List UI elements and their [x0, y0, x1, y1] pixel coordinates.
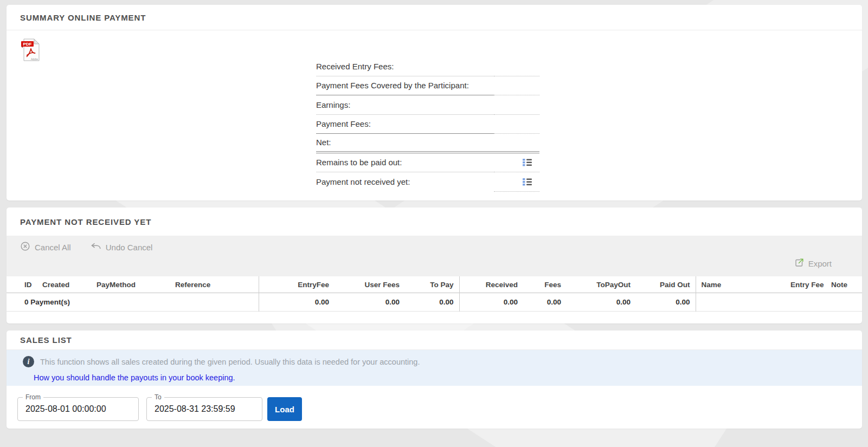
cancel-all-label: Cancel All [35, 243, 71, 252]
summary-label: Payment Fees: [316, 115, 494, 134]
empty-cell-note [826, 293, 862, 312]
col-header-topayout: ToPayOut [567, 276, 636, 293]
total-received: 0.00 [459, 293, 523, 312]
bookkeeping-help-link[interactable]: How you should handle the payouts in you… [34, 373, 235, 382]
col-header-userfees: User Fees [335, 276, 405, 293]
summary-row-payment-fees: Payment Fees: [316, 115, 539, 134]
card-header: PAYMENT NOT RECEIVED YET [7, 208, 862, 236]
cancel-all-button[interactable]: Cancel All [21, 242, 71, 252]
col-header-reference: Reference [170, 276, 259, 293]
empty-cell-entryfee [785, 293, 826, 312]
to-date-input[interactable] [147, 398, 262, 420]
summary-row-received-entry-fees: Received Entry Fees: [316, 57, 539, 76]
card-header: SUMMARY ONLINE PAYMENT [7, 5, 862, 30]
col-header-fees: Fees [523, 276, 567, 293]
col-header-paidout: Paid Out [636, 276, 696, 293]
date-range-form: From To Load [17, 397, 302, 421]
summary-label: Payment not received yet: [316, 172, 494, 192]
from-date-field[interactable]: From [17, 397, 139, 421]
summary-label: Earnings: [316, 95, 494, 115]
cancel-circle-icon [21, 242, 30, 252]
table-summary-row: 0 Payment(s) 0.00 0.00 0.00 0.00 0.00 0.… [7, 293, 862, 312]
summary-row-net: Net: [316, 134, 539, 153]
total-paidout: 0.00 [636, 293, 696, 312]
section-title: PAYMENT NOT RECEIVED YET [20, 217, 151, 226]
total-topay: 0.00 [405, 293, 459, 312]
summary-label: Received Entry Fees: [316, 57, 494, 76]
col-header-id: ID [7, 276, 37, 293]
col-header-created: Created [37, 276, 91, 293]
col-header-note: Note [826, 276, 862, 293]
summary-label: Payment Fees Covered by the Participant: [316, 76, 494, 96]
summary-value [494, 57, 539, 76]
empty-cell-name [696, 293, 785, 312]
undo-cancel-label: Undo Cancel [106, 243, 153, 252]
details-list-icon[interactable] [523, 158, 532, 166]
svg-text:Adobe: Adobe [31, 58, 38, 61]
info-icon: i [23, 356, 34, 367]
summary-row-payment-fees-covered: Payment Fees Covered by the Participant: [316, 76, 539, 96]
page-title: SUMMARY ONLINE PAYMENT [20, 13, 146, 22]
svg-text:PDF: PDF [23, 42, 32, 47]
payment-not-received-card: PAYMENT NOT RECEIVED YET Cancel All [7, 208, 862, 323]
summary-row-earnings: Earnings: [316, 95, 539, 115]
col-header-name: Name [696, 276, 785, 293]
summary-value [494, 153, 539, 173]
total-topayout: 0.00 [567, 293, 636, 312]
payments-table: ID Created PayMethod Reference EntryFee … [7, 276, 862, 312]
info-text: This function shows all sales created du… [40, 358, 420, 366]
export-button[interactable]: Export [795, 258, 832, 269]
total-fees: 0.00 [523, 293, 567, 312]
details-list-icon[interactable] [523, 178, 532, 186]
summary-value [494, 76, 539, 96]
pdf-export-icon[interactable]: PDF Adobe [20, 37, 41, 62]
col-header-paymethod: PayMethod [91, 276, 170, 293]
to-date-field[interactable]: To [146, 397, 262, 421]
summary-value [494, 95, 539, 115]
summary-row-payment-not-received-yet: Payment not received yet: [316, 172, 539, 192]
to-field-label: To [152, 393, 164, 401]
export-label: Export [808, 259, 832, 268]
export-icon [795, 258, 804, 269]
undo-cancel-button[interactable]: Undo Cancel [91, 242, 153, 252]
from-field-label: From [23, 393, 43, 401]
payment-count: 0 Payment(s) [7, 293, 259, 312]
table-header-row: ID Created PayMethod Reference EntryFee … [7, 276, 862, 293]
summary-row-remains-to-be-paid-out: Remains to be paid out: [316, 153, 539, 173]
summary-value [494, 134, 539, 153]
load-button[interactable]: Load [267, 397, 302, 421]
col-header-topay: To Pay [405, 276, 459, 293]
col-header-entryfee: EntryFee [259, 276, 335, 293]
from-date-input[interactable] [18, 398, 138, 420]
total-entryfee: 0.00 [259, 293, 335, 312]
undo-arrow-icon [91, 242, 101, 252]
col-header-entryfee2: Entry Fee [785, 276, 826, 293]
sales-list-card: SALES LIST i This function shows all sal… [7, 331, 862, 429]
payment-summary-list: Received Entry Fees: Payment Fees Covere… [316, 57, 539, 192]
summary-value [494, 172, 539, 192]
summary-online-payment-card: SUMMARY ONLINE PAYMENT PDF Adobe Receive… [7, 5, 862, 200]
col-header-received: Received [459, 276, 523, 293]
total-userfees: 0.00 [335, 293, 405, 312]
card-header: SALES LIST [7, 331, 862, 350]
section-title: SALES LIST [20, 335, 72, 345]
summary-label: Remains to be paid out: [316, 153, 494, 173]
payments-toolbar: Cancel All Undo Cancel Export [7, 236, 862, 276]
info-banner: i This function shows all sales created … [7, 350, 862, 386]
summary-value [494, 115, 539, 134]
summary-label: Net: [316, 134, 494, 153]
